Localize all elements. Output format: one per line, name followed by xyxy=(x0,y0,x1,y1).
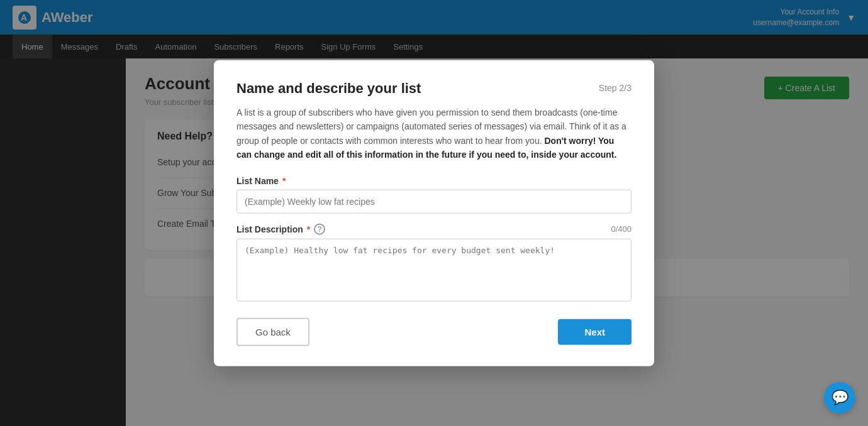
next-button[interactable]: Next xyxy=(558,319,632,344)
list-desc-required: * xyxy=(307,224,310,234)
char-count: 0/400 xyxy=(611,224,632,234)
list-desc-header: List Description * ? 0/400 xyxy=(236,223,632,234)
modal-step: Step 2/3 xyxy=(599,80,632,93)
list-name-input[interactable] xyxy=(236,189,632,213)
list-desc-label-text: List Description xyxy=(236,224,303,234)
list-desc-label: List Description * ? xyxy=(236,223,325,234)
modal-footer: Go back Next xyxy=(236,317,632,346)
list-name-label-text: List Name xyxy=(236,175,279,185)
chat-bubble[interactable]: 💬 xyxy=(824,382,855,413)
list-description-textarea[interactable] xyxy=(236,238,632,301)
chat-icon: 💬 xyxy=(832,390,849,406)
modal-header: Name and describe your list Step 2/3 xyxy=(236,80,632,97)
list-name-label: List Name * xyxy=(236,175,632,185)
list-name-required: * xyxy=(282,175,286,185)
modal-description: A list is a group of subscribers who hav… xyxy=(236,106,632,162)
help-icon[interactable]: ? xyxy=(314,223,325,234)
go-back-button[interactable]: Go back xyxy=(236,317,309,346)
modal-title: Name and describe your list xyxy=(236,80,421,97)
modal-dialog: Name and describe your list Step 2/3 A l… xyxy=(214,60,654,366)
